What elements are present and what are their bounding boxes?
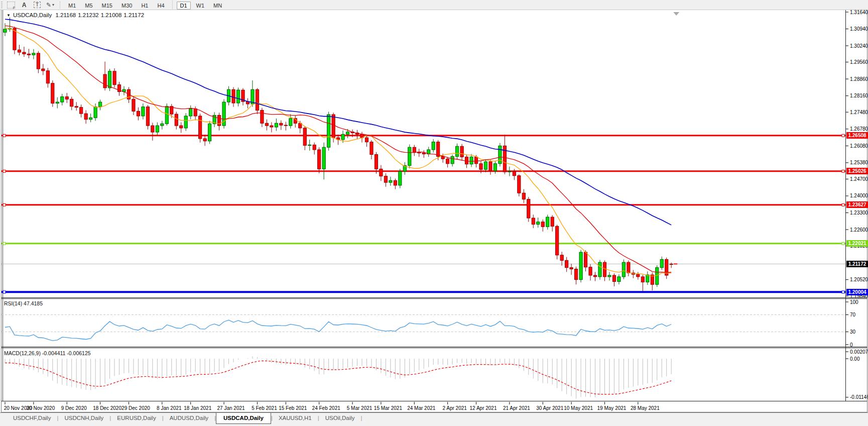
chart-tab-XAUUSD[interactable]: XAUUSD,H1 <box>273 413 318 423</box>
hline-handle[interactable] <box>3 242 6 245</box>
svg-text:9 Dec 2020: 9 Dec 2020 <box>61 405 87 411</box>
chart-tab-bar: USDCHF,Daily|USDCNH,Daily|EURUSD,Daily|A… <box>0 412 868 426</box>
hline-handle[interactable] <box>842 242 844 245</box>
svg-text:2 Apr 2021: 2 Apr 2021 <box>442 405 467 411</box>
svg-text:15 Mar 2021: 15 Mar 2021 <box>374 405 403 411</box>
chart-tab-USDCNH[interactable]: USDCNH,Daily <box>58 413 109 423</box>
ohlc-low: 1.21008 <box>101 12 122 18</box>
svg-text:1.30940: 1.30940 <box>850 26 868 32</box>
chart-grid-icon[interactable] <box>6 1 16 9</box>
svg-text:19 May 2021: 19 May 2021 <box>597 405 627 411</box>
timeframe-M1[interactable]: M1 <box>65 2 79 10</box>
hline-handle[interactable] <box>842 134 844 137</box>
timeframe-D1[interactable]: D1 <box>177 2 191 10</box>
timeframe-M30[interactable]: M30 <box>118 2 136 10</box>
chart-tab-USDCAD[interactable]: USDCAD,Daily <box>216 413 271 424</box>
hline-handle[interactable] <box>3 291 6 293</box>
hline-handle[interactable] <box>842 170 844 172</box>
svg-text:1.20520: 1.20520 <box>850 277 868 282</box>
chart-tab-EURUSD[interactable]: EURUSD,Daily <box>111 413 162 423</box>
toolbar: A T ✎ ▾ M1M5M15M30H1H4D1W1MN <box>0 0 868 10</box>
current-price-badge: 1.21172 <box>846 261 868 267</box>
dropdown-arrow-icon[interactable]: ▾ <box>52 3 54 7</box>
chart-canvas[interactable]: 1.316401.309401.302401.295601.288601.281… <box>0 0 868 426</box>
svg-text:1.28860: 1.28860 <box>850 76 868 82</box>
svg-text:1.26780: 1.26780 <box>850 126 868 132</box>
svg-text:30: 30 <box>850 329 856 335</box>
svg-text:10 May 2021: 10 May 2021 <box>564 405 593 411</box>
svg-text:29 Dec 2020: 29 Dec 2020 <box>121 405 150 411</box>
hline-handle[interactable] <box>842 291 844 293</box>
svg-text:12 Apr 2021: 12 Apr 2021 <box>470 405 497 411</box>
svg-text:1.25380: 1.25380 <box>850 160 868 165</box>
timeframe-M15[interactable]: M15 <box>98 2 116 10</box>
svg-text:0.002074: 0.002074 <box>850 349 868 355</box>
svg-text:1.30240: 1.30240 <box>850 43 868 49</box>
svg-text:1.26080: 1.26080 <box>850 143 868 149</box>
svg-text:1.22600: 1.22600 <box>850 227 868 233</box>
timeframe-buttons: M1M5M15M30H1H4D1W1MN <box>64 1 226 10</box>
chart-title: ▼USDCAD,Daily 1.211681.212321.210081.211… <box>7 12 146 18</box>
svg-text:30 Apr 2021: 30 Apr 2021 <box>536 405 563 411</box>
chart-symbol: USDCAD,Daily <box>13 12 52 18</box>
svg-text:24 Mar 2021: 24 Mar 2021 <box>407 405 436 411</box>
trading-platform-window: A T ✎ ▾ M1M5M15M30H1H4D1W1MN 1.316401.30… <box>0 0 868 426</box>
text-box-icon[interactable]: T <box>32 1 42 9</box>
svg-text:5 Feb 2021: 5 Feb 2021 <box>252 405 277 411</box>
svg-text:1.23300: 1.23300 <box>850 210 868 216</box>
chart-tab-AUDUSD[interactable]: AUDUSD,Daily <box>164 413 214 423</box>
symbol-dropdown-icon[interactable]: ▼ <box>7 13 11 18</box>
hline-handle[interactable] <box>3 170 6 172</box>
ohlc-high: 1.21232 <box>78 12 99 18</box>
ohlc-close: 1.21172 <box>123 12 144 18</box>
hline-handle[interactable] <box>3 203 6 206</box>
svg-text:21 Apr 2021: 21 Apr 2021 <box>503 405 530 411</box>
tab-divider: | <box>361 413 362 423</box>
chart-tab-USOil[interactable]: USOil,Daily <box>319 413 361 423</box>
svg-text:-0.011462: -0.011462 <box>850 394 868 400</box>
svg-text:8 Jan 2021: 8 Jan 2021 <box>157 405 182 411</box>
macd-indicator-label: MACD(12,26,9) -0.004411 -0.006125 <box>4 350 91 356</box>
svg-text:18 Dec 2020: 18 Dec 2020 <box>93 405 121 411</box>
timeframe-M5[interactable]: M5 <box>81 2 96 10</box>
hline-price-badge: 1.20004 <box>846 289 868 295</box>
svg-text:1.31640: 1.31640 <box>850 10 868 15</box>
svg-text:1.29560: 1.29560 <box>850 59 868 65</box>
svg-text:30 Nov 2020: 30 Nov 2020 <box>27 405 55 411</box>
svg-text:1.27480: 1.27480 <box>850 110 868 115</box>
svg-text:1.24000: 1.24000 <box>850 193 868 198</box>
svg-text:15 Feb 2021: 15 Feb 2021 <box>279 405 307 411</box>
svg-text:18 Jan 2021: 18 Jan 2021 <box>184 405 211 411</box>
toolbar-separator <box>60 2 61 9</box>
chart-tab-USDCHF[interactable]: USDCHF,Daily <box>7 413 57 423</box>
hline-price-badge: 1.25026 <box>846 168 868 174</box>
svg-text:100: 100 <box>850 299 858 305</box>
svg-text:0: 0 <box>850 342 853 348</box>
timeframe-MN[interactable]: MN <box>210 2 225 10</box>
timeframe-H4[interactable]: H4 <box>154 2 168 10</box>
svg-text:5 Mar 2021: 5 Mar 2021 <box>347 405 373 411</box>
rsi-indicator-label: RSI(14) 47.4185 <box>4 300 43 306</box>
text-label-icon[interactable]: A <box>19 1 29 9</box>
draw-objects-icon[interactable]: ✎ ▾ <box>45 1 55 9</box>
svg-text:27 Jan 2021: 27 Jan 2021 <box>217 405 245 411</box>
svg-text:1.28160: 1.28160 <box>850 93 868 98</box>
svg-text:1.24700: 1.24700 <box>850 176 868 182</box>
svg-text:28 May 2021: 28 May 2021 <box>631 405 660 411</box>
ohlc-open: 1.21168 <box>55 12 76 18</box>
svg-text:24 Feb 2021: 24 Feb 2021 <box>312 405 341 411</box>
hline-price-badge: 1.22021 <box>846 240 868 247</box>
toolbar-grip[interactable] <box>1 2 3 9</box>
hline-price-badge: 1.26508 <box>846 132 868 139</box>
svg-text:70: 70 <box>850 312 856 317</box>
svg-text:0.00: 0.00 <box>850 356 860 362</box>
hline-handle[interactable] <box>3 134 6 137</box>
hline-handle[interactable] <box>842 203 844 206</box>
timeframe-W1[interactable]: W1 <box>193 2 208 10</box>
timeframe-H1[interactable]: H1 <box>138 2 152 10</box>
hline-price-badge: 1.23627 <box>846 201 868 208</box>
